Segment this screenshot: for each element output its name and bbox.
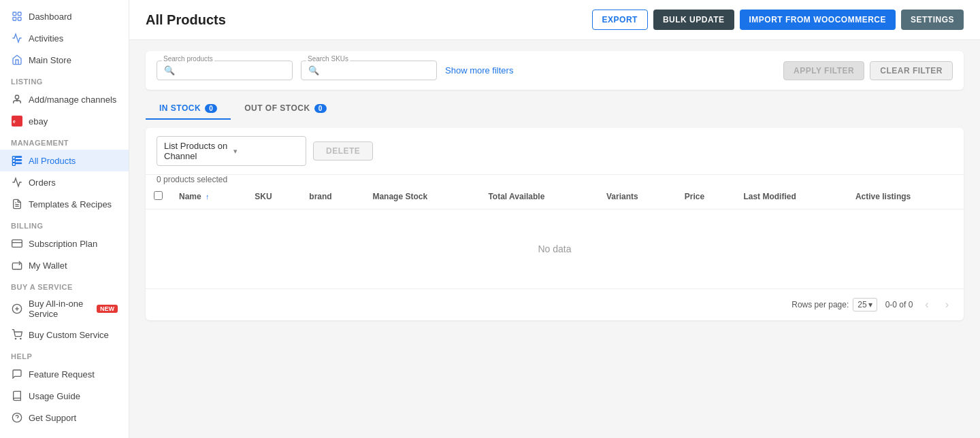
- sidebar-item-usage-guide[interactable]: Usage Guide: [0, 385, 129, 407]
- sidebar-item-feature-request-label: Feature Request: [29, 369, 118, 380]
- main-header: All Products EXPORT BULK UPDATE IMPORT F…: [129, 0, 980, 40]
- sidebar-item-add-channels-label: Add/manage channels: [29, 95, 118, 105]
- filter-actions: APPLY FILTER CLEAR FILTER: [783, 61, 953, 80]
- bulk-update-button[interactable]: BULK UPDATE: [653, 10, 734, 30]
- orders-icon: [11, 176, 23, 188]
- buy-service-section-label: Buy a service: [0, 276, 129, 294]
- billing-section-label: Billing: [0, 215, 129, 233]
- tab-out-of-stock-label: OUT OF STOCK: [244, 103, 310, 113]
- search-products-input[interactable]: [179, 65, 281, 75]
- subscription-icon: [11, 237, 23, 250]
- sidebar-item-dashboard-label: Dashboard: [29, 12, 118, 22]
- header-actions: EXPORT BULK UPDATE IMPORT FROM WOOCOMMER…: [592, 10, 964, 30]
- svg-point-4: [15, 95, 18, 99]
- sidebar: Dashboard Activities Main Store Listing …: [0, 0, 129, 438]
- clear-filter-button[interactable]: CLEAR FILTER: [870, 61, 953, 80]
- sidebar-item-wallet[interactable]: My Wallet: [0, 254, 129, 276]
- store-icon: [11, 54, 23, 66]
- col-active-listings: Active listings: [847, 184, 964, 209]
- sidebar-item-subscription[interactable]: Subscription Plan: [0, 233, 129, 254]
- svg-rect-3: [18, 17, 21, 20]
- get-support-icon: [11, 411, 23, 424]
- col-sku: SKU: [246, 184, 301, 209]
- sidebar-item-get-support[interactable]: Get Support: [0, 407, 129, 428]
- search-products-icon: 🔍: [164, 65, 175, 75]
- sidebar-item-all-in-one[interactable]: Buy All-in-one Service NEW: [0, 294, 129, 324]
- sidebar-item-add-channels[interactable]: Add/manage channels: [0, 88, 129, 110]
- templates-icon: [11, 198, 23, 210]
- content-area: Search products 🔍 Search SKUs 🔍 Show mor…: [129, 40, 980, 438]
- custom-service-icon: [11, 328, 23, 341]
- sidebar-item-feature-request[interactable]: Feature Request: [0, 363, 129, 385]
- tab-in-stock[interactable]: IN STOCK 0: [146, 98, 231, 120]
- ebay-icon: e: [11, 115, 23, 127]
- select-all-checkbox[interactable]: [154, 191, 163, 200]
- sidebar-item-dashboard[interactable]: Dashboard: [0, 5, 129, 27]
- page-info: 0-0 of 0: [885, 300, 913, 309]
- svg-rect-11: [12, 160, 15, 163]
- no-data-row: No data: [146, 209, 964, 289]
- list-products-dropdown[interactable]: List Products on Channel ▾: [157, 136, 306, 166]
- svg-point-23: [20, 338, 21, 339]
- all-in-one-icon: [11, 303, 23, 315]
- col-name: Name ↑: [171, 184, 246, 209]
- search-products-inner: 🔍: [157, 61, 293, 80]
- svg-rect-10: [16, 156, 22, 157]
- sidebar-item-custom-service-label: Buy Custom Service: [29, 330, 118, 340]
- sidebar-item-get-support-label: Get Support: [29, 413, 118, 423]
- rows-per-page-select[interactable]: 25 ▾: [853, 298, 877, 311]
- search-skus-inner: 🔍: [301, 61, 437, 80]
- search-skus-input[interactable]: [323, 65, 425, 75]
- sidebar-item-orders[interactable]: Orders: [0, 171, 129, 193]
- sidebar-item-templates[interactable]: Templates & Recipes: [0, 193, 129, 215]
- products-table: Name ↑ SKU brand Manage Stock Total Avai…: [146, 184, 964, 288]
- search-skus-label: Search SKUs: [306, 55, 350, 63]
- col-total-available: Total Available: [480, 184, 598, 209]
- show-more-filters-link[interactable]: Show more filters: [445, 65, 775, 75]
- rows-per-page-value: 25: [858, 300, 866, 309]
- svg-text:e: e: [13, 119, 16, 124]
- add-channels-icon: [11, 93, 23, 105]
- svg-rect-14: [16, 163, 22, 163]
- apply-filter-button[interactable]: APPLY FILTER: [783, 61, 864, 80]
- sidebar-item-all-products[interactable]: All Products: [0, 150, 129, 171]
- sidebar-item-main-store[interactable]: Main Store: [0, 49, 129, 71]
- search-products-label: Search products: [162, 55, 214, 63]
- sidebar-item-custom-service[interactable]: Buy Custom Service: [0, 324, 129, 346]
- sidebar-item-activities-label: Activities: [29, 33, 118, 44]
- sidebar-item-ebay[interactable]: e ebay: [0, 110, 129, 132]
- settings-button[interactable]: SETTINGS: [901, 10, 964, 30]
- management-section-label: Management: [0, 132, 129, 150]
- import-button[interactable]: IMPORT FROM WOOCOMMERCE: [740, 10, 896, 30]
- tab-out-of-stock-count: 0: [314, 104, 327, 113]
- svg-rect-13: [12, 163, 15, 165]
- search-products-field: Search products 🔍: [157, 61, 293, 80]
- wallet-icon: [11, 259, 23, 271]
- sidebar-item-activities[interactable]: Activities: [0, 27, 129, 49]
- search-skus-field: Search SKUs 🔍: [301, 61, 437, 80]
- stock-tabs: IN STOCK 0 OUT OF STOCK 0: [146, 98, 964, 120]
- col-manage-stock: Manage Stock: [364, 184, 480, 209]
- feature-request-icon: [11, 368, 23, 380]
- rows-chevron-icon: ▾: [868, 300, 872, 309]
- sidebar-item-ebay-label: ebay: [29, 116, 118, 127]
- table-header: Name ↑ SKU brand Manage Stock Total Avai…: [146, 184, 964, 209]
- no-data-cell: No data: [146, 209, 964, 289]
- table-toolbar: List Products on Channel ▾ DELETE: [146, 128, 964, 175]
- delete-button[interactable]: DELETE: [313, 141, 373, 161]
- sidebar-item-subscription-label: Subscription Plan: [29, 239, 118, 249]
- sort-name-icon[interactable]: ↑: [206, 192, 210, 201]
- tab-out-of-stock[interactable]: OUT OF STOCK 0: [231, 98, 340, 120]
- sidebar-item-main-store-label: Main Store: [29, 55, 118, 65]
- sidebar-item-usage-guide-label: Usage Guide: [29, 391, 118, 401]
- next-page-button[interactable]: ›: [941, 297, 953, 312]
- prev-page-button[interactable]: ‹: [921, 297, 932, 312]
- svg-rect-12: [16, 160, 22, 161]
- checkbox-col-header: [146, 184, 171, 209]
- sidebar-item-wallet-label: My Wallet: [29, 260, 118, 271]
- svg-rect-1: [18, 12, 21, 16]
- col-last-modified: Last Modified: [735, 184, 847, 209]
- export-button[interactable]: EXPORT: [592, 10, 648, 30]
- all-products-icon: [11, 154, 23, 167]
- svg-rect-2: [13, 17, 16, 20]
